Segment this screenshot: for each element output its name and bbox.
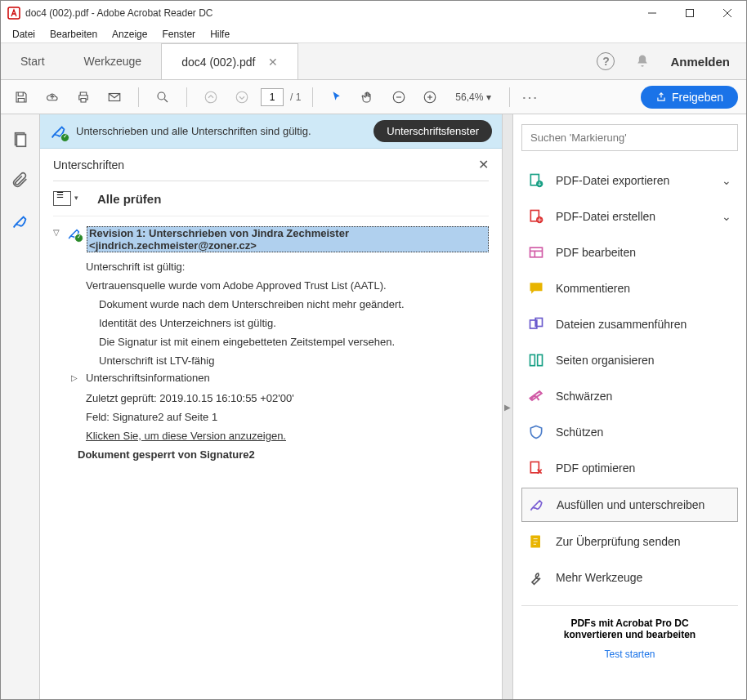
signatures-panel: Unterschriften ✕ ☰▾ Alle prüfen ▽ Revisi…	[40, 149, 502, 699]
tool-create-pdf[interactable]: PDF-Datei erstellen⌄	[521, 200, 738, 233]
edit-pdf-icon	[528, 244, 544, 261]
signature-panel-button[interactable]: Unterschriftsfenster	[374, 120, 492, 142]
more-icon[interactable]: ⋯	[521, 87, 539, 107]
tool-more[interactable]: Mehr Werkzeuge	[521, 561, 738, 594]
tool-optimize[interactable]: PDF optimieren	[521, 452, 738, 484]
pointer-icon[interactable]	[324, 85, 349, 109]
tab-tools[interactable]: Werkzeuge	[65, 43, 162, 79]
svg-rect-16	[16, 135, 25, 147]
tool-protect[interactable]: Schützen	[521, 416, 738, 448]
optimize-icon	[528, 460, 544, 476]
panel-close-icon[interactable]: ✕	[478, 157, 489, 172]
chevron-down-icon[interactable]: ▽	[53, 226, 62, 237]
zoom-in-icon[interactable]	[418, 85, 442, 109]
help-icon[interactable]: ?	[597, 52, 615, 70]
attachments-icon[interactable]	[11, 172, 29, 189]
send-review-icon	[528, 533, 544, 550]
toolbar: / 1 56,4% ▾ ⋯ Freigeben	[1, 80, 746, 114]
print-icon[interactable]	[71, 85, 96, 109]
close-button[interactable]	[709, 1, 746, 25]
svg-rect-26	[530, 354, 535, 365]
menu-file[interactable]: Datei	[6, 27, 42, 42]
tool-label: Seiten organisieren	[556, 354, 655, 367]
search-icon[interactable]	[150, 85, 175, 109]
page-total-label: / 1	[290, 91, 301, 103]
zoom-out-icon[interactable]	[387, 85, 411, 109]
share-button[interactable]: Freigeben	[641, 86, 738, 109]
sig-info-label[interactable]: Unterschriftsinformationen	[86, 372, 210, 384]
page-up-icon[interactable]	[199, 85, 223, 109]
sig-detail: Unterschrift ist gültig:	[86, 257, 489, 276]
tool-redact[interactable]: Schwärzen	[521, 380, 738, 412]
left-nav	[1, 114, 40, 699]
tool-send-review[interactable]: Zur Überprüfung senden	[521, 525, 738, 558]
menu-view[interactable]: Anzeige	[105, 27, 154, 42]
window-titlebar: doc4 (002).pdf - Adobe Acrobat Reader DC	[1, 1, 746, 25]
svg-rect-2	[687, 10, 694, 17]
tools-search-input[interactable]	[521, 124, 738, 151]
shield-icon	[528, 424, 544, 440]
thumbnails-icon[interactable]	[11, 131, 29, 149]
tool-edit-pdf[interactable]: PDF bearbeiten	[521, 236, 738, 269]
signature-status-bar: Unterschrieben und alle Unterschriften s…	[40, 114, 502, 149]
tab-start[interactable]: Start	[1, 43, 65, 79]
signature-valid-icon	[50, 123, 68, 140]
tab-document[interactable]: doc4 (002).pdf ✕	[161, 43, 298, 79]
page-down-icon[interactable]	[230, 85, 254, 109]
zoom-select[interactable]: 56,4% ▾	[449, 90, 498, 105]
combine-icon	[528, 316, 544, 332]
maximize-button[interactable]	[671, 1, 709, 25]
promo-box: PDFs mit Acrobat Pro DC konvertieren und…	[521, 605, 738, 671]
tool-label: Mehr Werkzeuge	[556, 571, 642, 584]
tool-label: Dateien zusammenführen	[556, 318, 687, 331]
chevron-down-icon[interactable]: ⌄	[722, 174, 731, 187]
signin-button[interactable]: Anmelden	[670, 55, 730, 69]
hand-icon[interactable]	[356, 85, 380, 109]
menu-window[interactable]: Fenster	[155, 27, 202, 42]
svg-rect-27	[538, 354, 543, 365]
chevron-down-icon[interactable]: ⌄	[722, 210, 731, 223]
cloud-icon[interactable]	[40, 85, 65, 109]
tools-panel: PDF-Datei exportieren⌄ PDF-Datei erstell…	[513, 114, 746, 699]
promo-link[interactable]: Test starten	[525, 649, 735, 660]
tool-label: Zur Überprüfung senden	[556, 535, 681, 548]
sig-detail: Identität des Unterzeichners ist gültig.	[99, 314, 489, 332]
app-icon	[7, 7, 20, 20]
tool-label: PDF-Datei erstellen	[556, 210, 655, 223]
tool-label: Schützen	[556, 426, 603, 439]
menu-edit[interactable]: Bearbeiten	[43, 27, 104, 42]
svg-rect-28	[530, 462, 539, 473]
tab-start-label: Start	[20, 55, 45, 68]
tool-export-pdf[interactable]: PDF-Datei exportieren⌄	[521, 164, 738, 197]
window-title: doc4 (002).pdf - Adobe Acrobat Reader DC	[25, 7, 633, 19]
tool-organize[interactable]: Seiten organisieren	[521, 344, 738, 377]
page-input[interactable]	[261, 88, 284, 106]
share-icon	[655, 91, 667, 103]
mail-icon[interactable]	[102, 85, 127, 109]
panel-collapse-handle[interactable]: ▶	[502, 114, 513, 699]
minimize-button[interactable]	[633, 1, 671, 25]
chevron-right-icon[interactable]: ▷	[71, 372, 81, 382]
check-all-label[interactable]: Alle prüfen	[97, 192, 161, 206]
bell-icon[interactable]	[634, 53, 651, 69]
revision-label[interactable]: Revision 1: Unterschrieben von Jindra Ze…	[87, 226, 489, 252]
tool-label: Ausfüllen und unterschreiben	[557, 498, 705, 511]
create-pdf-icon	[528, 208, 544, 225]
menu-help[interactable]: Hilfe	[204, 27, 236, 42]
tool-fill-sign[interactable]: Ausfüllen und unterschreiben	[521, 488, 738, 522]
redact-icon	[528, 388, 544, 404]
tab-close-icon[interactable]: ✕	[268, 56, 278, 69]
save-icon[interactable]	[9, 85, 34, 109]
svg-point-6	[158, 92, 165, 100]
promo-line1: PDFs mit Acrobat Pro DC	[525, 618, 735, 629]
signatures-icon[interactable]	[11, 212, 29, 230]
show-version-link[interactable]: Klicken Sie, um diese Version anzuzeigen…	[86, 426, 489, 445]
svg-point-8	[205, 91, 217, 103]
options-icon[interactable]: ☰▾	[53, 191, 71, 206]
menu-bar: Datei Bearbeiten Anzeige Fenster Hilfe	[1, 25, 746, 43]
tool-comment[interactable]: Kommentieren	[521, 272, 738, 305]
tool-combine[interactable]: Dateien zusammenführen	[521, 308, 738, 341]
sig-detail: Die Signatur ist mit einem eingebetteten…	[99, 332, 489, 351]
sig-detail: Feld: Signature2 auf Seite 1	[86, 408, 489, 426]
signature-status-text: Unterschrieben und alle Unterschriften s…	[76, 125, 365, 137]
